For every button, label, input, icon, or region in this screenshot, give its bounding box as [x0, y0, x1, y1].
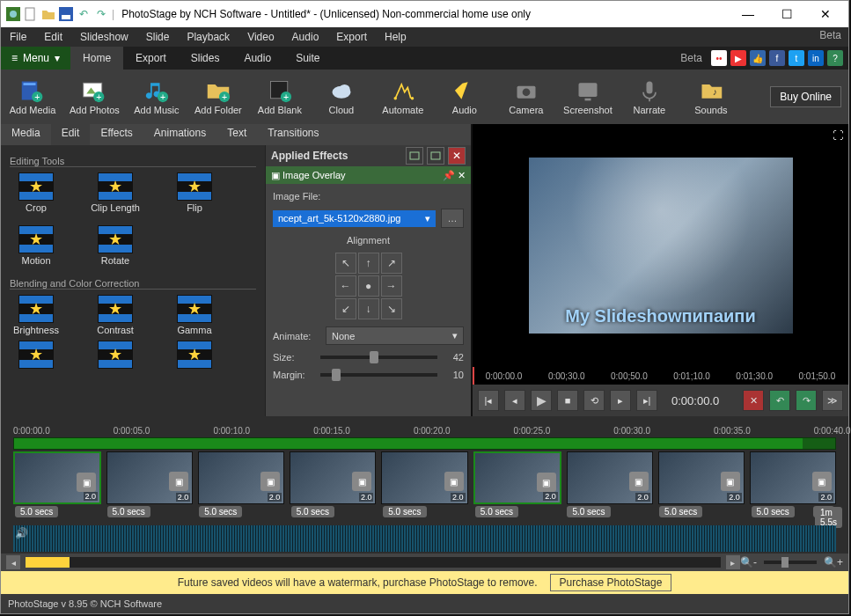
subtab-effects[interactable]: Effects — [90, 124, 143, 145]
open-icon[interactable] — [41, 7, 55, 21]
align-bl[interactable]: ↙ — [335, 298, 356, 319]
flickr-icon[interactable]: •• — [711, 50, 727, 66]
subtab-edit[interactable]: Edit — [51, 124, 91, 145]
automate-button[interactable]: Automate — [378, 78, 428, 115]
timeline-clip[interactable]: ▣2.0 — [290, 451, 376, 504]
add-music-button[interactable]: +Add Music — [132, 78, 181, 115]
tool-extra-2[interactable] — [89, 341, 142, 369]
tab-suite[interactable]: Suite — [283, 47, 332, 70]
more-button[interactable]: ≫ — [822, 390, 843, 411]
play-button[interactable]: ▶ — [531, 390, 552, 411]
clip-duration[interactable]: 5.0 secs — [381, 506, 468, 522]
add-media-button[interactable]: +Add Media — [8, 78, 57, 115]
align-c[interactable]: ● — [358, 275, 379, 297]
buy-online-button[interactable]: Buy Online — [770, 86, 841, 107]
screenshot-button[interactable]: Screenshot — [563, 78, 613, 115]
menu-button[interactable]: ≡ Menu ▾ — [1, 47, 70, 70]
loop-button[interactable]: ⟲ — [583, 390, 605, 411]
maximize-button[interactable]: ☐ — [769, 1, 804, 27]
menu-file[interactable]: File — [1, 27, 35, 47]
timeline-clip[interactable]: ▣2.0 — [106, 451, 193, 504]
tool-extra-1[interactable] — [10, 341, 62, 369]
narrate-button[interactable]: Narrate — [625, 78, 674, 115]
tab-audio[interactable]: Audio — [231, 47, 283, 70]
tab-export[interactable]: Export — [123, 47, 179, 70]
subtab-transitions[interactable]: Transitions — [257, 124, 329, 145]
timeline-clip[interactable]: ▣2.0 — [567, 451, 653, 504]
goto-end-button[interactable]: ▸| — [636, 390, 657, 411]
clip-duration[interactable]: 5.0 secs — [197, 506, 284, 522]
timeline-clip[interactable]: ▣2.0 — [750, 451, 836, 504]
tool-extra-3[interactable] — [168, 341, 221, 369]
timeline-clip[interactable]: ▣2.0 — [381, 451, 467, 504]
clip-duration[interactable]: 5.0 secs — [106, 506, 193, 522]
add-folder-button[interactable]: +Add Folder — [194, 78, 243, 115]
redo-preview-button[interactable]: ↷ — [796, 390, 817, 411]
cloud-button[interactable]: Cloud — [317, 78, 366, 115]
thumbs-up-icon[interactable]: 👍 — [750, 50, 766, 66]
timeline-ruler[interactable]: 0:00:00.0 0:00:05.0 0:00:10.0 0:00:15.0 … — [1, 420, 848, 436]
save-icon[interactable] — [59, 7, 73, 21]
audio-button[interactable]: Audio — [440, 78, 489, 115]
add-photos-button[interactable]: +Add Photos — [70, 78, 120, 115]
zoom-in-icon[interactable]: 🔍+ — [824, 556, 843, 568]
pin-icon[interactable]: 📌 — [443, 170, 455, 181]
prev-frame-button[interactable]: ◂ — [504, 390, 525, 411]
undo-preview-button[interactable]: ↶ — [769, 390, 790, 411]
clip-duration[interactable]: 5.0 secs — [565, 506, 652, 522]
add-blank-button[interactable]: +Add Blank — [255, 78, 304, 115]
menu-slide[interactable]: Slide — [137, 27, 179, 47]
sounds-button[interactable]: ♪Sounds — [686, 78, 736, 115]
linkedin-icon[interactable]: in — [808, 50, 824, 66]
clip-duration[interactable]: 5.0 secs — [657, 506, 745, 522]
animate-combo[interactable]: None▾ — [326, 326, 464, 345]
menu-video[interactable]: Video — [238, 27, 282, 47]
size-slider[interactable] — [320, 356, 437, 359]
tool-motion[interactable]: Motion — [10, 225, 62, 266]
tool-gamma[interactable]: Gamma — [168, 295, 221, 335]
image-file-combo[interactable]: ncept_art_5k-5120x2880.jpg▾ — [273, 210, 436, 227]
close-button[interactable]: ✕ — [808, 1, 843, 27]
scroll-left-button[interactable]: ◂ — [6, 555, 20, 569]
browse-button[interactable]: … — [441, 209, 464, 228]
tab-home[interactable]: Home — [70, 47, 123, 70]
align-tl[interactable]: ↖ — [335, 253, 356, 274]
tool-clip-length[interactable]: Clip Length — [89, 172, 142, 213]
scroll-track[interactable] — [26, 557, 721, 568]
align-l[interactable]: ← — [335, 275, 356, 297]
tool-flip[interactable]: Flip — [168, 172, 221, 213]
panel-btn-2[interactable] — [427, 147, 444, 165]
menu-export[interactable]: Export — [327, 27, 376, 47]
timeline-clip[interactable]: ▣2.0 — [198, 451, 284, 504]
menu-slideshow[interactable]: Slideshow — [71, 27, 137, 47]
speaker-icon[interactable]: 🔊 — [15, 527, 28, 539]
align-r[interactable]: → — [381, 275, 402, 297]
undo-icon[interactable]: ↶ — [77, 7, 91, 21]
align-t[interactable]: ↑ — [358, 253, 379, 274]
clip-duration[interactable]: 5.0 secs — [290, 506, 377, 522]
panel-btn-1[interactable] — [406, 147, 423, 165]
effect-close-icon[interactable]: ✕ — [458, 170, 466, 181]
camera-button[interactable]: Camera — [502, 78, 551, 115]
menu-edit[interactable]: Edit — [35, 27, 71, 47]
audio-track[interactable]: 🔊 — [13, 525, 836, 552]
timeline-clip[interactable]: ▣2.0 — [658, 451, 745, 504]
panel-close[interactable]: ✕ — [448, 147, 466, 165]
timeline-clip[interactable]: ▣2.0 — [473, 451, 561, 504]
preview-ruler[interactable]: 0:00:00.0 0:00;30.0 0:00;50.0 0:01;10.0 … — [473, 367, 848, 385]
scroll-right-button[interactable]: ▸ — [726, 555, 740, 569]
video-track-header[interactable] — [13, 437, 836, 450]
subtab-text[interactable]: Text — [216, 124, 257, 145]
subtab-media[interactable]: Media — [1, 124, 51, 145]
tool-contrast[interactable]: Contrast — [89, 295, 142, 335]
subtab-animations[interactable]: Animations — [143, 124, 216, 145]
align-br[interactable]: ↘ — [381, 298, 402, 319]
minimize-button[interactable]: — — [730, 1, 766, 27]
zoom-out-icon[interactable]: 🔍- — [740, 556, 757, 568]
tool-crop[interactable]: Crop — [10, 172, 62, 213]
tool-rotate[interactable]: Rotate — [89, 225, 142, 266]
new-icon[interactable] — [24, 7, 38, 21]
youtube-icon[interactable]: ▶ — [730, 50, 746, 66]
margin-slider[interactable] — [320, 373, 437, 377]
align-tr[interactable]: ↗ — [381, 253, 402, 274]
